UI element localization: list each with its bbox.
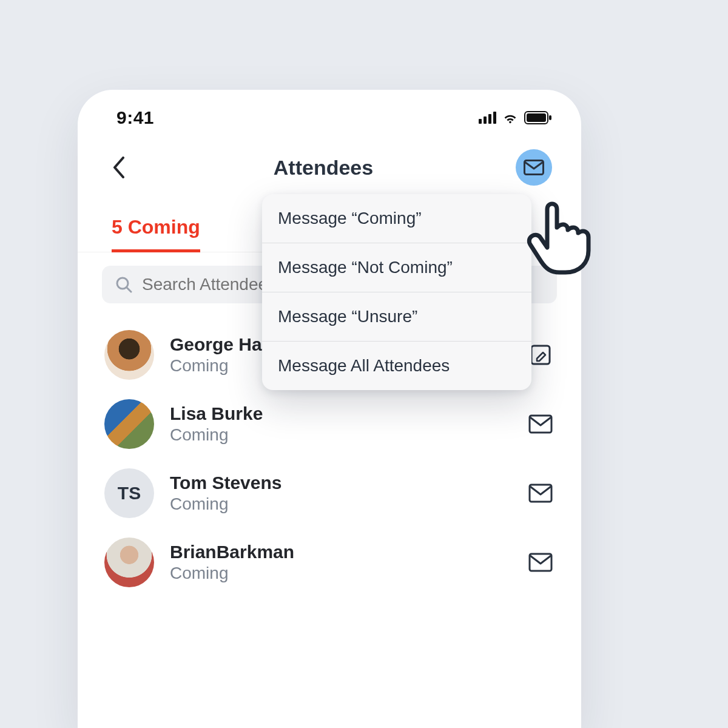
- svg-rect-9: [530, 554, 551, 571]
- nav-bar: Attendees: [78, 124, 581, 186]
- menu-item-unsure[interactable]: Message “Unsure”: [262, 292, 531, 342]
- attendee-name: Tom Stevens: [170, 473, 511, 494]
- message-button[interactable]: [527, 481, 554, 505]
- search-icon: [115, 276, 132, 293]
- avatar: [104, 399, 154, 449]
- message-button[interactable]: [527, 412, 554, 436]
- menu-item-coming[interactable]: Message “Coming”: [262, 194, 531, 243]
- message-button[interactable]: [527, 550, 554, 575]
- svg-rect-1: [527, 113, 546, 122]
- phone-frame: 9:41 Attendees 5 Coming: [78, 90, 581, 728]
- svg-rect-7: [530, 416, 551, 433]
- back-button[interactable]: [107, 155, 131, 180]
- tab-coming[interactable]: 5 Coming: [112, 216, 200, 252]
- menu-item-all[interactable]: Message All Attendees: [262, 342, 531, 390]
- mail-icon: [524, 160, 544, 175]
- avatar: [104, 330, 154, 380]
- wifi-icon: [502, 112, 518, 124]
- mail-icon: [528, 553, 553, 572]
- mail-icon: [528, 414, 553, 434]
- message-menu: Message “Coming” Message “Not Coming” Me…: [262, 194, 531, 390]
- attendee-name: Lisa Burke: [170, 403, 511, 425]
- attendee-status: Coming: [170, 494, 511, 514]
- battery-icon: [524, 111, 552, 124]
- avatar: [104, 538, 154, 587]
- attendee-status: Coming: [170, 564, 511, 583]
- page-title: Attendees: [274, 156, 373, 180]
- message-menu-button[interactable]: [516, 149, 552, 186]
- status-right: [479, 111, 552, 124]
- menu-item-notcoming[interactable]: Message “Not Coming”: [262, 243, 531, 292]
- chevron-left-icon: [112, 157, 126, 178]
- status-bar: 9:41: [78, 90, 581, 124]
- attendee-status: Coming: [170, 425, 511, 445]
- svg-line-5: [127, 288, 131, 292]
- cellular-icon: [479, 112, 496, 124]
- mail-icon: [528, 484, 553, 503]
- attendee-row[interactable]: Lisa Burke Coming: [104, 389, 554, 459]
- attendee-row[interactable]: TS Tom Stevens Coming: [104, 459, 554, 528]
- svg-rect-2: [549, 115, 551, 120]
- attendee-name: BrianBarkman: [170, 542, 511, 563]
- attendee-row[interactable]: BrianBarkman Coming: [104, 528, 554, 597]
- svg-rect-8: [530, 485, 551, 502]
- edit-icon: [530, 344, 551, 366]
- svg-rect-3: [525, 161, 544, 175]
- avatar: TS: [104, 468, 154, 518]
